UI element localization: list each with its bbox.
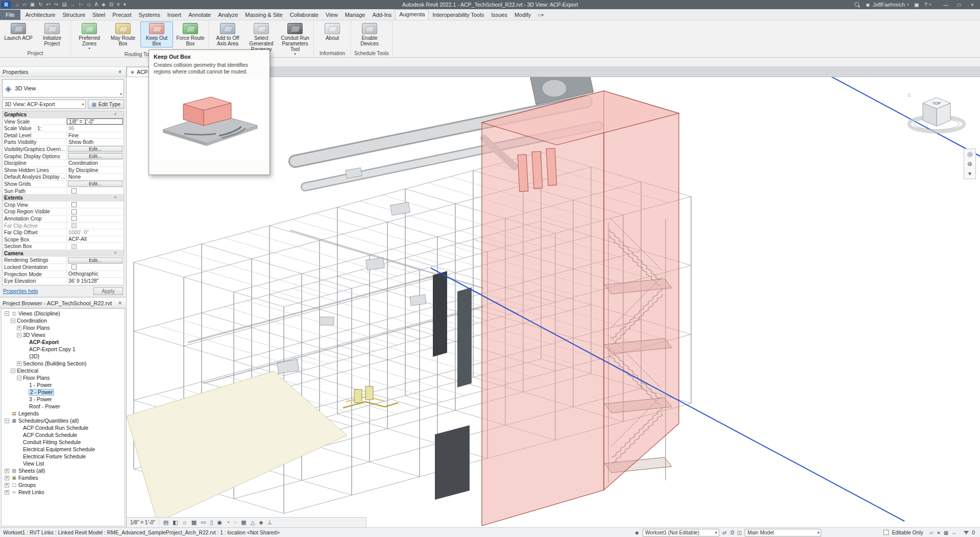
- properties-help-link[interactable]: Properties help: [3, 288, 38, 294]
- user-menu[interactable]: ☻ JeffFaehnrich ▾: [865, 2, 909, 8]
- tree-item[interactable]: Conduit Fitting Schedule: [2, 438, 125, 446]
- tree-item[interactable]: Families: [2, 474, 125, 481]
- property-row[interactable]: Annotation Crop: [3, 215, 124, 223]
- tree-item[interactable]: Floor Plans: [2, 324, 125, 331]
- property-value[interactable]: 1/8" = 1'-0": [67, 118, 124, 125]
- ribbon-tab[interactable]: Annotate: [185, 10, 214, 20]
- select-pinned-icon[interactable]: ∗: [936, 530, 940, 535]
- tree-expander[interactable]: [5, 311, 9, 316]
- ribbon-tool[interactable]: Add to Off Axis Area: [211, 21, 244, 47]
- ribbon-tab[interactable]: Interoperability Tools: [429, 10, 487, 20]
- save-icon[interactable]: ▣: [30, 2, 35, 7]
- view-cube[interactable]: ⌂ TOP: [904, 82, 971, 138]
- tree-expander[interactable]: [5, 419, 9, 423]
- sync-with-central-icon[interactable]: ↻: [38, 2, 42, 7]
- redo-icon[interactable]: ↪: [54, 2, 58, 7]
- section-icon[interactable]: ⊟: [109, 2, 113, 7]
- tree-item[interactable]: Schedules/Quantities (all): [2, 417, 125, 424]
- search-icon[interactable]: [854, 2, 860, 8]
- tree-expander[interactable]: [17, 326, 21, 330]
- viewcube-top-label[interactable]: TOP: [933, 101, 941, 106]
- tree-item[interactable]: Electrical: [2, 367, 125, 374]
- property-value[interactable]: Edit...: [67, 257, 124, 263]
- property-value[interactable]: Edit...: [67, 181, 124, 187]
- property-value[interactable]: Edit...: [67, 153, 124, 160]
- tree-item[interactable]: ACP Conduit Schedule: [2, 431, 125, 438]
- ribbon-tab[interactable]: Augmenta: [395, 9, 429, 20]
- property-row[interactable]: Scale Value 1: 96: [3, 125, 124, 132]
- reveal-constraints-icon[interactable]: ⊥: [267, 520, 273, 525]
- property-value[interactable]: ACP-All: [67, 236, 124, 243]
- text-icon[interactable]: A: [94, 2, 98, 7]
- close-icon[interactable]: ×: [116, 68, 124, 76]
- crop-region-icon[interactable]: ▯: [210, 520, 213, 525]
- filter-icon[interactable]: [964, 531, 969, 534]
- ribbon-tab[interactable]: Steel: [89, 10, 109, 20]
- property-row[interactable]: Far Clip Offset 1000' 0": [3, 229, 124, 236]
- measure-icon[interactable]: ↔: [70, 2, 76, 7]
- ribbon-tab[interactable]: Structure: [59, 10, 89, 20]
- shadows-icon[interactable]: ▩: [191, 520, 197, 525]
- editable-only-checkbox[interactable]: [884, 530, 889, 535]
- tree-item[interactable]: 3D Views: [2, 331, 125, 338]
- drag-on-selection-icon[interactable]: ↔: [951, 530, 957, 535]
- tree-item[interactable]: 1 - Power: [2, 381, 125, 388]
- select-by-face-icon[interactable]: ▦: [944, 530, 948, 535]
- tree-expander[interactable]: [5, 476, 9, 480]
- ribbon-tool[interactable]: May Route Box: [107, 21, 139, 47]
- property-row[interactable]: Parts Visibility Show Both: [3, 139, 124, 146]
- help-menu[interactable]: ? ▾: [924, 2, 931, 8]
- select-links-icon[interactable]: ▱: [929, 530, 934, 535]
- tree-item[interactable]: 3 - Power: [2, 396, 125, 403]
- property-row[interactable]: Far Clip Active: [3, 223, 124, 230]
- ribbon-tool[interactable]: Launch ACP: [2, 21, 35, 42]
- property-row[interactable]: Detail Level Fine: [3, 132, 124, 139]
- ribbon-tab[interactable]: Modify: [511, 10, 534, 20]
- view-scale-button[interactable]: 1/8" = 1'-0": [130, 520, 159, 525]
- navigation-wheel-icon[interactable]: ◎: [967, 151, 972, 157]
- property-value[interactable]: Edit...: [67, 146, 124, 153]
- ribbon-tab[interactable]: Insert: [164, 10, 185, 20]
- ribbon-tab[interactable]: File: [0, 10, 20, 20]
- property-value[interactable]: [24, 194, 124, 201]
- property-row[interactable]: Scope Box ACP-All: [3, 236, 124, 243]
- ribbon-tool[interactable]: Keep Out Box: [140, 21, 173, 47]
- sun-path-icon[interactable]: ☼: [182, 520, 187, 525]
- property-row[interactable]: Section Box: [3, 243, 124, 250]
- detail-level-icon[interactable]: ▤: [163, 520, 168, 525]
- property-row[interactable]: Camera: [3, 250, 124, 257]
- property-row[interactable]: View Scale 1/8" = 1'-0": [3, 118, 124, 126]
- ribbon-tab[interactable]: Precast: [109, 10, 135, 20]
- property-value[interactable]: [67, 208, 124, 215]
- customize-qat-icon[interactable]: ▾: [124, 2, 126, 7]
- ribbon-tool[interactable]: Preferred Zones: [73, 21, 106, 51]
- tree-expander[interactable]: [5, 483, 9, 487]
- property-value[interactable]: [67, 243, 124, 250]
- minimize-button[interactable]: —: [939, 0, 952, 9]
- property-value[interactable]: None: [67, 174, 124, 180]
- apply-button[interactable]: Apply: [93, 287, 123, 295]
- undo-icon[interactable]: ↩: [46, 2, 51, 7]
- ribbon-tab[interactable]: Issues: [487, 10, 511, 20]
- ribbon-tab[interactable]: Add-Ins: [369, 10, 395, 20]
- property-row[interactable]: Extents: [3, 194, 124, 202]
- checkbox[interactable]: [71, 202, 77, 207]
- property-row[interactable]: Graphic Display Options Edit...: [3, 153, 124, 160]
- restore-button[interactable]: □: [952, 0, 966, 9]
- ribbon-tool[interactable]: About: [316, 21, 349, 42]
- checkbox[interactable]: [71, 188, 77, 193]
- editing-requests-icon[interactable]: ⇄: [722, 530, 726, 535]
- tree-item[interactable]: Sections (Building Section): [2, 360, 125, 367]
- tree-item[interactable]: Roof - Power: [2, 403, 125, 410]
- ribbon-tab[interactable]: Architecture: [22, 10, 59, 20]
- property-value[interactable]: [67, 188, 124, 194]
- property-row[interactable]: Visibility/Graphics Overri... Edit...: [3, 146, 124, 153]
- tree-item[interactable]: Sheets (all): [2, 467, 125, 474]
- edit-type-button[interactable]: Edit Type: [88, 100, 124, 109]
- tree-item[interactable]: Electrical Fixture Schedule: [2, 453, 125, 460]
- ribbon-tool[interactable]: Initialize Project: [36, 21, 68, 47]
- ribbon-tab[interactable]: Massing & Site: [241, 10, 286, 20]
- tree-expander[interactable]: [5, 469, 9, 473]
- navbar-more-icon[interactable]: ▾: [968, 170, 971, 177]
- property-value[interactable]: [67, 223, 124, 229]
